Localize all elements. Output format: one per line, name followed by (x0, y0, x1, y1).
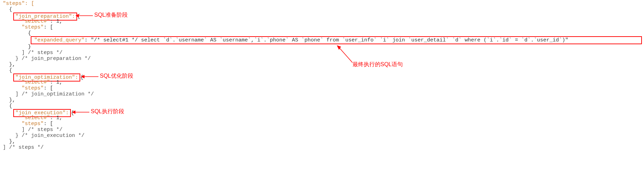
annotation-prep: SQL准备阶段 (94, 12, 128, 18)
brace: }, (9, 139, 15, 145)
brace: }, (9, 62, 15, 68)
comment: } /* join_execution */ (15, 133, 84, 139)
text: : [ (44, 85, 53, 91)
brace: { (9, 68, 12, 73)
key-steps-inner: "steps" (22, 85, 44, 91)
brace: } (28, 44, 31, 50)
key-select-hash: "select#" (22, 115, 50, 121)
brace: { (9, 7, 12, 13)
key-select-hash: "select#" (22, 79, 50, 85)
key-select-hash: "select#" (22, 18, 50, 24)
text: : [ (44, 121, 53, 127)
text: : 1, (50, 18, 62, 24)
key-expanded-query: "expanded_query" (34, 37, 84, 43)
text: : [ (44, 24, 53, 30)
comment: } /* join_preparation */ (15, 56, 91, 62)
key-steps-inner: "steps" (22, 121, 44, 127)
row-join-preparation: "join_preparation": { SQL准备阶段 (0, 13, 644, 18)
brace: { (9, 103, 12, 109)
comment: ] /* steps */ (3, 145, 44, 150)
row-expanded-query: "expanded_query": "/* select#1 */ select… (0, 36, 644, 44)
comment: ] /* steps */ (22, 127, 62, 133)
comment: ] /* steps */ (22, 50, 62, 56)
expanded-query-value: : "/* select#1 */ select `d`.`username` … (84, 37, 568, 43)
brace: }, (9, 97, 15, 103)
row-join-optimization: "join_optimization": { SQL优化阶段 (0, 73, 644, 79)
annotation-exec: SQL执行阶段 (91, 108, 124, 114)
comment: ] /* join_optimization */ (15, 91, 94, 97)
annotation-final-sql: 最终执行的SQL语句 (353, 61, 403, 67)
text: : 1, (50, 115, 62, 121)
row-join-execution: "join execution": { SQL执行阶段 (0, 109, 644, 115)
key-steps: "steps": [ (3, 1, 34, 7)
annotation-opt: SQL优化阶段 (100, 73, 133, 79)
text: : 1, (50, 79, 62, 85)
key-steps-inner: "steps" (22, 24, 44, 30)
code-block: "steps": [ { "join_preparation": { SQL准备… (0, 1, 644, 150)
brace: { (28, 30, 31, 36)
